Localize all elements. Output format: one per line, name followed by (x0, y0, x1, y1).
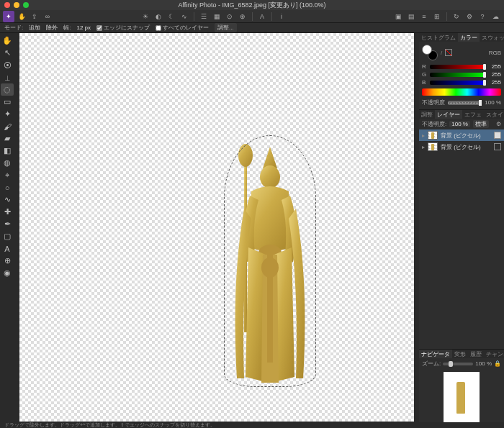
channel-value-G[interactable]: 255 (488, 71, 501, 78)
navigator-panel-tabs: ナビゲータ変形履歴チャンネル (419, 350, 504, 358)
group-icon[interactable]: ⊞ (431, 11, 443, 22)
document-canvas[interactable] (19, 33, 414, 422)
arrange-back-icon[interactable]: ▣ (392, 11, 404, 22)
layer-name[interactable]: 背景 (ピクセル) (441, 143, 491, 151)
hue-strip[interactable] (422, 88, 501, 96)
link-icon[interactable]: ∞ (42, 11, 53, 22)
tool-erase[interactable]: ◍ (1, 157, 14, 169)
tab-変形[interactable]: 変形 (452, 350, 468, 358)
canvas-area (14, 33, 419, 422)
channel-label-B: B (422, 79, 428, 86)
tab-調整[interactable]: 調整 (419, 110, 435, 119)
arrange-front-icon[interactable]: ▤ (405, 11, 417, 22)
navigator-preview[interactable] (444, 372, 480, 424)
tool-selection-brush[interactable]: ◌ (1, 83, 14, 96)
opacity-value[interactable]: 100 % (485, 99, 501, 106)
width-value[interactable]: 12 px (76, 24, 91, 31)
opacity-slider[interactable] (448, 101, 482, 105)
tool-marquee[interactable]: ▭ (1, 96, 14, 108)
auto-icon[interactable]: A (256, 11, 268, 22)
tab-履歴[interactable]: 履歴 (468, 350, 484, 358)
mode-add-button[interactable]: 追加 (29, 24, 40, 32)
tool-flood-select[interactable]: ✦ (1, 108, 14, 120)
tool-dodge[interactable]: ○ (1, 181, 14, 193)
persona-photo-icon[interactable]: ✦ (3, 11, 14, 22)
zoom-slider[interactable] (443, 363, 473, 365)
color-swatch[interactable] (422, 45, 438, 60)
account-icon[interactable]: ☁ (490, 11, 501, 22)
zoom-value[interactable]: 100 % (475, 360, 492, 367)
tool-gradient[interactable]: ◧ (1, 145, 14, 157)
hand-icon[interactable]: ✋ (16, 11, 27, 22)
preferences-icon[interactable]: ⚙ (464, 11, 475, 22)
channel-slider-R[interactable] (430, 65, 486, 69)
disclosure-icon[interactable]: ▸ (422, 144, 425, 150)
tool-shape[interactable]: ▢ (1, 230, 14, 242)
tab-チャンネル[interactable]: チャンネル (484, 350, 504, 358)
tab-エフェ[interactable]: エフェ (462, 110, 484, 119)
layer-row[interactable]: ▸背景 (ピクセル) (419, 141, 504, 152)
curves-icon[interactable]: ∿ (179, 11, 190, 22)
tool-text[interactable]: A (1, 242, 14, 255)
rotate-icon[interactable]: ↻ (451, 11, 462, 22)
channel-slider-G[interactable] (430, 73, 486, 77)
tool-pen[interactable]: ✒ (1, 218, 14, 230)
svg-point-5 (261, 258, 279, 278)
tab-レイヤー[interactable]: レイヤー (435, 110, 462, 119)
zoom-lock-icon[interactable]: 🔒 (494, 360, 501, 367)
tool-retouch[interactable]: ✚ (1, 206, 14, 218)
align-icon[interactable]: ≡ (418, 11, 430, 22)
tool-color-picker[interactable]: ⦿ (1, 59, 14, 71)
navigator-panel: ナビゲータ変形履歴チャンネル ズーム: 100 % 🔒 (419, 349, 504, 428)
channel-slider-B[interactable] (430, 81, 486, 85)
tool-smudge[interactable]: ∿ (1, 193, 14, 206)
info-icon[interactable]: i (276, 11, 287, 22)
disclosure-icon[interactable]: ▸ (422, 132, 425, 139)
layer-name[interactable]: 背景 (ピクセル) (441, 132, 491, 140)
autocontrast-icon[interactable]: ◐ (153, 11, 164, 22)
none-color-icon[interactable] (445, 49, 452, 56)
tool-fill[interactable]: ▰ (1, 132, 14, 145)
close-window-button[interactable] (4, 2, 10, 8)
channel-label-G: G (422, 71, 428, 78)
layer-opacity-value[interactable]: 100 % (449, 121, 470, 127)
layers-panel: 調整レイヤーエフェスタイストッ 不透明度: 100 % 標準 ⚙ ▸背景 (ピク… (419, 109, 504, 152)
maximize-window-button[interactable] (23, 2, 29, 8)
tool-paint-brush[interactable]: 🖌 (1, 120, 14, 132)
all-layers-checkbox[interactable]: すべてのレイヤー (156, 24, 209, 32)
autocolor-icon[interactable]: ☾ (166, 11, 177, 22)
layer-settings-icon[interactable]: ⚙ (496, 121, 501, 127)
color-mode-dropdown[interactable]: RGB (489, 50, 501, 56)
opacity-label: 不透明度 (422, 99, 445, 106)
mode-subtract-button[interactable]: 除外 (46, 24, 58, 32)
tool-zoom[interactable]: ⊕ (1, 255, 14, 267)
tool-view[interactable]: ◉ (1, 267, 14, 279)
grid-icon[interactable]: ▦ (211, 11, 222, 22)
tab-ヒストグラム[interactable]: ヒストグラム (419, 33, 458, 42)
stack-icon[interactable]: ☰ (198, 11, 210, 22)
assistant-icon[interactable]: ⊕ (237, 11, 248, 22)
layer-row[interactable]: ▸背景 (ピクセル) (419, 129, 504, 141)
share-icon[interactable]: ⇪ (29, 11, 40, 22)
tab-カラー[interactable]: カラー (458, 33, 480, 42)
tab-スウォッチ[interactable]: スウォッチ (480, 33, 504, 42)
channel-value-R[interactable]: 255 (488, 63, 501, 70)
snap-icon[interactable]: ⊙ (224, 11, 235, 22)
channel-value-B[interactable]: 255 (488, 79, 501, 86)
tab-ナビゲータ[interactable]: ナビゲータ (419, 350, 452, 358)
layer-visibility-checkbox[interactable] (494, 132, 501, 139)
autolevels-icon[interactable]: ☀ (140, 11, 151, 22)
tool-hand[interactable]: ✋ (1, 35, 14, 47)
layer-visibility-checkbox[interactable] (494, 143, 501, 150)
tool-crop[interactable]: ⟂ (1, 71, 14, 83)
blend-mode-dropdown[interactable]: 標準 (473, 120, 489, 128)
color-panel-tabs: ヒストグラムカラースウォッチブラシ (419, 33, 504, 42)
minimize-window-button[interactable] (14, 2, 19, 8)
channel-label-R: R (422, 63, 428, 70)
refine-button[interactable]: 調整... (215, 23, 237, 32)
help-icon[interactable]: ? (477, 11, 488, 22)
tool-move[interactable]: ↖ (1, 47, 14, 59)
snap-to-edges-checkbox[interactable]: エッジにスナップ (96, 24, 150, 32)
tab-スタイ[interactable]: スタイ (484, 110, 504, 119)
tool-clone[interactable]: ⌖ (1, 169, 14, 181)
